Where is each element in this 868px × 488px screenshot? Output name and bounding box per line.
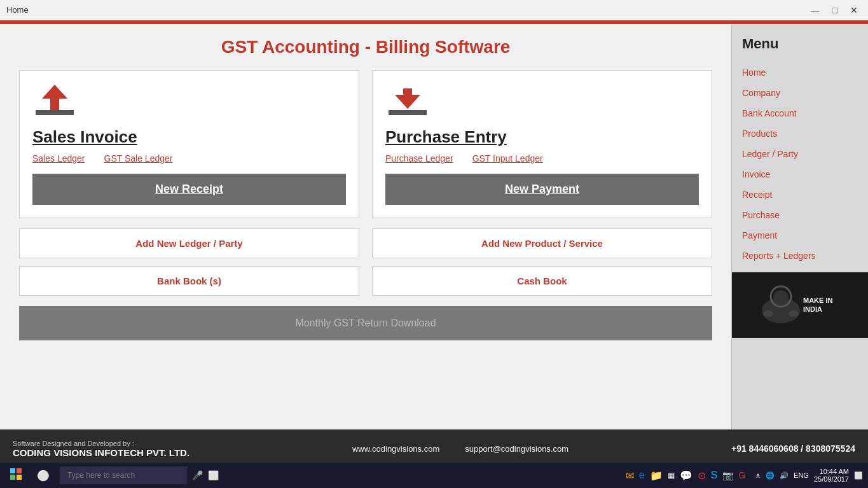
footer-company-name: CODING VISIONS INFOTECH PVT. LTD. xyxy=(13,447,189,458)
make-in-india-graphic: MAKE IN INDIA xyxy=(743,279,857,330)
purchase-icon xyxy=(385,83,699,121)
taskbar-chrome-icon[interactable]: ⊙ xyxy=(698,470,706,482)
cards-row: Sales Invoice Sales Ledger GST Sale Ledg… xyxy=(19,70,712,218)
svg-rect-3 xyxy=(389,110,427,115)
sidebar-item-company[interactable]: Company xyxy=(732,83,868,103)
taskbar-folder-icon[interactable]: 📁 xyxy=(650,470,663,482)
svg-text:INDIA: INDIA xyxy=(803,305,822,313)
sales-icon xyxy=(32,83,346,121)
sidebar-item-ledger-party[interactable]: Ledger / Party xyxy=(732,144,868,164)
taskbar-app2-icon[interactable]: 📷 xyxy=(722,470,733,480)
taskbar-system-tray: ✉ e 📁 ▦ 💬 ⊙ S 📷 G ∧ 🌐 🔊 ENG 10:44 AM 25/… xyxy=(626,468,863,483)
content-area: GST Accounting - Billing Software Sales … xyxy=(0,24,731,429)
app-title: GST Accounting - Billing Software xyxy=(19,37,712,57)
taskbar-hidden-icons[interactable]: ∧ xyxy=(755,471,761,480)
svg-marker-5 xyxy=(395,95,420,109)
minimize-button[interactable]: — xyxy=(807,5,823,15)
taskbar-search-input[interactable] xyxy=(60,466,187,484)
taskbar-app3-icon[interactable]: G xyxy=(738,470,745,480)
footer-website[interactable]: www.codingvisions.com xyxy=(352,444,439,454)
add-ledger-button[interactable]: Add New Ledger / Party xyxy=(19,228,359,258)
gst-input-ledger-link[interactable]: GST Input Ledger xyxy=(472,153,543,164)
sales-ledger-link[interactable]: Sales Ledger xyxy=(32,153,85,164)
sidebar-title: Menu xyxy=(732,31,868,62)
footer-center: www.codingvisions.com support@codingvisi… xyxy=(352,444,568,454)
add-product-button[interactable]: Add New Product / Service xyxy=(372,228,712,258)
svg-rect-17 xyxy=(17,475,22,480)
gst-return-button[interactable]: Monthly GST Return Download xyxy=(19,306,712,340)
gst-sale-ledger-link[interactable]: GST Sale Ledger xyxy=(104,153,173,164)
maximize-button[interactable]: □ xyxy=(829,5,841,15)
sidebar-item-bank-account[interactable]: Bank Account xyxy=(732,103,868,123)
cash-book-button[interactable]: Cash Book xyxy=(372,266,712,296)
taskbar-app1-icon[interactable]: ▦ xyxy=(668,471,675,480)
footer-email[interactable]: support@codingvisions.com xyxy=(465,444,568,454)
purchase-card-links: Purchase Ledger GST Input Ledger xyxy=(385,153,699,164)
taskbar-microphone-icon[interactable]: 🎤 xyxy=(192,470,203,480)
sidebar-item-products[interactable]: Products xyxy=(732,123,868,144)
taskbar: ⚪ 🎤 ⬜ ✉ e 📁 ▦ 💬 ⊙ S 📷 G ∧ 🌐 🔊 ENG 10:44 … xyxy=(0,463,868,488)
taskbar-task-view-icon[interactable]: ⬜ xyxy=(208,470,219,480)
start-button[interactable] xyxy=(5,466,27,485)
svg-marker-2 xyxy=(42,85,67,99)
download-icon xyxy=(385,83,430,118)
window-controls: — □ ✕ xyxy=(807,5,862,15)
upload-icon xyxy=(32,83,77,118)
close-button[interactable]: ✕ xyxy=(846,5,862,15)
taskbar-lang-label[interactable]: ENG xyxy=(794,471,809,479)
title-bar: Home — □ ✕ xyxy=(0,0,868,20)
taskbar-notification-icon[interactable]: ⬜ xyxy=(854,471,863,480)
svg-rect-0 xyxy=(36,110,74,115)
make-in-india-badge: MAKE IN INDIA xyxy=(732,272,868,338)
sidebar-item-payment[interactable]: Payment xyxy=(732,225,868,246)
purchase-ledger-link[interactable]: Purchase Ledger xyxy=(385,153,453,164)
search-circle-button[interactable]: ⚪ xyxy=(32,467,55,484)
svg-rect-15 xyxy=(17,468,22,473)
main-layout: GST Accounting - Billing Software Sales … xyxy=(0,24,868,429)
new-payment-button[interactable]: New Payment xyxy=(385,174,699,205)
sales-card: Sales Invoice Sales Ledger GST Sale Ledg… xyxy=(19,70,359,218)
footer-left: Software Designed and Developed by : COD… xyxy=(13,440,189,458)
svg-rect-16 xyxy=(10,475,15,480)
taskbar-date-display: 25/09/2017 xyxy=(814,475,849,483)
new-receipt-button[interactable]: New Receipt xyxy=(32,174,346,205)
bank-book-button[interactable]: Bank Book (s) xyxy=(19,266,359,296)
svg-text:MAKE IN: MAKE IN xyxy=(803,296,833,304)
taskbar-clock[interactable]: 10:44 AM 25/09/2017 xyxy=(814,468,849,483)
sidebar-item-receipt[interactable]: Receipt xyxy=(732,185,868,205)
footer: Software Designed and Developed by : COD… xyxy=(0,429,868,468)
taskbar-edge-icon[interactable]: e xyxy=(639,470,645,481)
svg-rect-14 xyxy=(10,468,15,473)
sales-card-links: Sales Ledger GST Sale Ledger xyxy=(32,153,346,164)
purchase-entry-title[interactable]: Purchase Entry xyxy=(385,127,699,147)
sales-invoice-title[interactable]: Sales Invoice xyxy=(32,127,346,147)
svg-point-8 xyxy=(773,290,789,305)
sidebar: Menu Home Company Bank Account Products … xyxy=(731,24,868,429)
window-title: Home xyxy=(6,5,29,15)
windows-icon xyxy=(10,468,22,480)
sidebar-item-purchase[interactable]: Purchase xyxy=(732,205,868,225)
svg-point-10 xyxy=(789,310,799,317)
sidebar-item-reports-ledgers[interactable]: Reports + Ledgers xyxy=(732,246,868,266)
sidebar-item-home[interactable]: Home xyxy=(732,62,868,83)
footer-designed-text: Software Designed and Developed by : xyxy=(13,440,189,447)
taskbar-whatsapp-icon[interactable]: 💬 xyxy=(680,470,692,482)
purchase-card: Purchase Entry Purchase Ledger GST Input… xyxy=(372,70,712,218)
taskbar-network-icon[interactable]: 🌐 xyxy=(766,471,775,480)
action-row-2: Bank Book (s) Cash Book xyxy=(19,266,712,296)
action-row-1: Add New Ledger / Party Add New Product /… xyxy=(19,228,712,258)
sidebar-item-invoice[interactable]: Invoice xyxy=(732,164,868,185)
footer-phone: +91 8446060608 / 8308075524 xyxy=(731,443,855,454)
taskbar-volume-icon[interactable]: 🔊 xyxy=(780,471,789,480)
taskbar-skype-icon[interactable]: S xyxy=(711,470,718,481)
taskbar-time-display: 10:44 AM xyxy=(814,468,849,475)
svg-rect-6 xyxy=(743,279,857,330)
svg-point-9 xyxy=(763,310,773,317)
taskbar-mail-icon[interactable]: ✉ xyxy=(626,470,634,482)
